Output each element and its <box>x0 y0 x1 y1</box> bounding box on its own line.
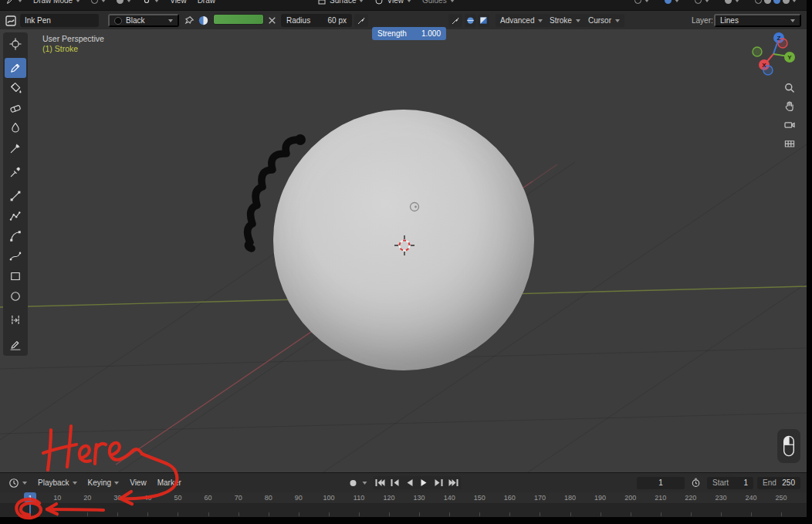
advanced-dropdown[interactable]: Advanced <box>496 14 547 27</box>
frame-number: 130 <box>414 494 425 502</box>
frame-tick <box>117 512 118 516</box>
auto-key-options-caret[interactable] <box>362 482 367 485</box>
auto-key-record-button[interactable] <box>346 476 360 489</box>
preview-range-clock-icon[interactable] <box>689 476 703 489</box>
navigation-gizmo[interactable]: Z Y X <box>749 31 803 85</box>
shading-solid-icon[interactable] <box>749 0 802 10</box>
menu-playback[interactable]: Playback <box>32 473 83 493</box>
tool-curve[interactable] <box>5 246 26 266</box>
tool-cutter[interactable] <box>5 138 26 158</box>
drawing-plane-view-dropdown[interactable]: View <box>369 0 417 10</box>
play-reverse-button[interactable] <box>402 476 417 489</box>
frame-start-field[interactable]: Start1 <box>707 477 753 489</box>
frame-tick <box>178 512 178 516</box>
select-visible-icon[interactable] <box>629 0 655 10</box>
active-object-label: (1) Stroke <box>42 44 104 54</box>
tool-arc[interactable] <box>5 226 26 246</box>
frame-number: 80 <box>265 494 272 502</box>
frame-number: 220 <box>685 494 696 502</box>
brush-name-field[interactable]: Ink Pen <box>20 14 99 27</box>
material-dropdown[interactable]: Black <box>108 14 179 27</box>
mode-selector[interactable]: Draw Mode <box>28 0 86 10</box>
tool-line[interactable] <box>5 186 26 206</box>
placement-surface-dropdown[interactable]: Surface <box>312 0 369 10</box>
menu-view-timeline[interactable]: View <box>124 473 152 493</box>
show-gizmo-icon[interactable] <box>689 0 715 10</box>
frame-tick <box>389 512 390 516</box>
mouse-icon <box>782 434 796 458</box>
blender-window: Draw Mode View Draw Surface View <box>0 0 812 524</box>
unlink-color-icon[interactable] <box>267 14 277 27</box>
menu-view[interactable]: View <box>164 0 192 10</box>
snap-magnet-icon[interactable] <box>137 0 164 10</box>
menu-draw[interactable]: Draw <box>192 0 221 10</box>
timeline-track-area[interactable] <box>0 503 807 517</box>
tool-tint[interactable] <box>5 118 26 138</box>
texture-icon[interactable] <box>478 14 489 27</box>
playhead[interactable]: 1 <box>24 492 36 502</box>
proportional-edit-icon[interactable] <box>659 0 685 10</box>
frame-end-field[interactable]: End250 <box>757 477 800 489</box>
current-frame-field[interactable]: 1 <box>637 477 685 489</box>
falloff-icon[interactable] <box>465 14 476 27</box>
frame-tick <box>631 512 631 516</box>
tool-cursor[interactable] <box>5 34 26 54</box>
playhead-line[interactable] <box>29 502 31 517</box>
frame-tick <box>269 512 269 516</box>
tool-draw[interactable] <box>5 58 26 78</box>
jump-to-start-button[interactable] <box>373 476 387 489</box>
orientation-icon[interactable] <box>86 0 111 10</box>
mouse-hint <box>777 429 800 463</box>
plane-icon <box>374 0 384 5</box>
mode-label: Draw Mode <box>33 0 73 5</box>
radius-slider[interactable]: Radius 60 px <box>281 14 352 27</box>
frame-number: 150 <box>474 494 486 502</box>
frame-number: 10 <box>53 494 61 502</box>
tool-box[interactable] <box>5 266 26 286</box>
pin-material-icon[interactable] <box>184 14 195 27</box>
radius-label: Radius <box>286 14 310 27</box>
timeline-editor-type-button[interactable] <box>3 473 32 493</box>
layer-value: Lines <box>720 16 739 25</box>
viewport-3d[interactable]: User Perspective (1) Stroke Z Y X <box>0 29 807 472</box>
frame-number: 70 <box>235 494 242 502</box>
timeline-fields: 1 Start1 End250 <box>637 476 800 489</box>
layer-dropdown[interactable]: Lines <box>714 14 801 27</box>
stroke-dropdown[interactable]: Stroke <box>545 14 585 27</box>
frame-tick <box>449 512 450 516</box>
material-name: Black <box>126 16 144 25</box>
zoom-icon[interactable] <box>782 80 797 96</box>
next-keyframe-button[interactable] <box>431 476 446 489</box>
jump-to-end-button[interactable] <box>446 476 461 489</box>
cursor-dropdown[interactable]: Cursor <box>584 14 624 27</box>
strength-pressure-icon[interactable] <box>448 14 462 27</box>
material-swatch <box>114 17 122 25</box>
tool-fill[interactable] <box>5 78 26 98</box>
vertex-color-mode-icon[interactable] <box>198 14 209 27</box>
tool-circle[interactable] <box>5 286 26 306</box>
guides-dropdown[interactable]: Guides <box>417 0 460 10</box>
sphere-object[interactable] <box>273 110 534 370</box>
tool-erase[interactable] <box>5 98 26 118</box>
orthographic-toggle-icon[interactable] <box>782 136 797 151</box>
menu-keying[interactable]: Keying <box>83 473 125 493</box>
tool-polyline[interactable] <box>5 206 26 226</box>
prev-keyframe-button[interactable] <box>387 476 402 489</box>
play-button[interactable] <box>417 476 431 489</box>
overlays-icon[interactable] <box>719 0 745 10</box>
pivot-point-icon[interactable] <box>111 0 137 10</box>
viewport-nav-buttons <box>782 80 799 151</box>
tool-interpolate[interactable] <box>5 310 26 330</box>
brush-name: Ink Pen <box>25 16 51 25</box>
brush-preview-icon[interactable] <box>5 14 17 27</box>
tool-eyedropper[interactable] <box>5 162 26 182</box>
menu-marker[interactable]: Marker <box>152 473 187 493</box>
radius-pressure-icon[interactable] <box>354 14 368 27</box>
timeline-ruler[interactable]: 1020304050607080901001101201301401501601… <box>0 492 807 517</box>
strength-slider[interactable]: Strength 1.000 <box>372 27 446 40</box>
vertex-color-bar[interactable] <box>213 14 264 25</box>
editor-type-button[interactable] <box>0 0 28 10</box>
camera-view-icon[interactable] <box>782 117 797 133</box>
pan-hand-icon[interactable] <box>782 99 797 114</box>
tool-annotate[interactable] <box>5 334 26 354</box>
